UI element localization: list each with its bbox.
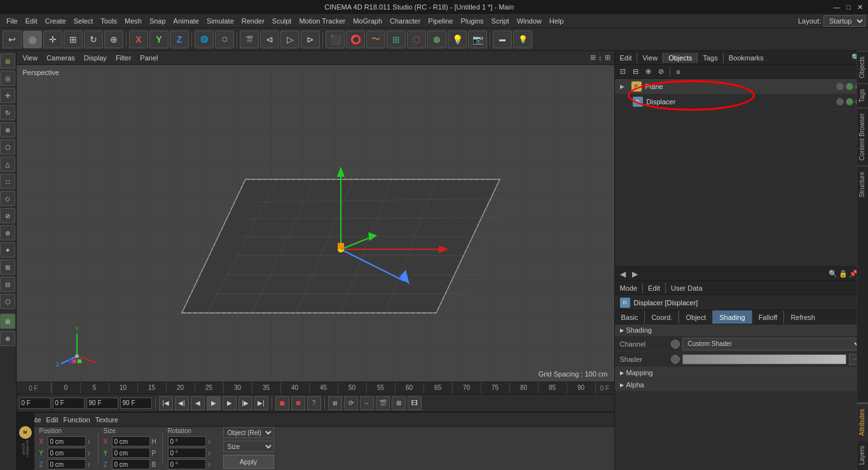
obj-tab-view[interactable]: View — [637, 53, 663, 63]
next-frame-btn2[interactable]: ▶ — [223, 396, 237, 410]
obj-toolbar-icon5[interactable]: ≡ — [673, 66, 684, 78]
fps-btn[interactable]: ⊞ — [328, 396, 342, 410]
mode-tab-basic[interactable]: Basic — [615, 310, 645, 324]
menu-tools[interactable]: Tools — [97, 16, 121, 26]
mograph-btn[interactable]: ⊛ — [427, 31, 446, 48]
vp-icon-1[interactable]: ⊞ — [590, 53, 596, 62]
rot-b-input[interactable] — [168, 459, 206, 469]
left-tool-12[interactable]: ✦ — [0, 242, 15, 258]
attr-userdata-tab[interactable]: User Data — [666, 283, 708, 293]
obj-tab-objects[interactable]: Objects — [663, 53, 698, 63]
obj-toolbar-icon3[interactable]: ⊕ — [643, 66, 654, 78]
play-btn[interactable]: ▷ — [280, 31, 300, 48]
vp-icon-2[interactable]: ↕ — [598, 54, 602, 62]
floor-btn[interactable]: ▬ — [493, 31, 512, 48]
mode-tab-coord[interactable]: Coord. — [645, 310, 679, 324]
ping-pong-btn[interactable]: ↔ — [360, 396, 374, 410]
spline-btn[interactable]: 〜 — [366, 31, 385, 48]
close-button[interactable]: ✕ — [857, 3, 863, 11]
menu-mograph[interactable]: MoGraph — [349, 16, 386, 26]
obj-tab-edit[interactable]: Edit — [615, 53, 638, 63]
next-key-btn[interactable]: |▶ — [238, 396, 252, 410]
attr-back-btn[interactable]: ◀ — [617, 270, 628, 279]
pos-y-input[interactable] — [48, 448, 86, 458]
attr-mode-tab[interactable]: Mode — [615, 283, 644, 293]
parent-btn[interactable]: ⬡ — [215, 31, 234, 48]
left-tool-8[interactable]: □ — [0, 174, 15, 189]
left-tool-13[interactable]: ⊞ — [0, 259, 15, 275]
left-tool-11[interactable]: ⊛ — [0, 225, 15, 240]
prev-frame-btn[interactable]: ⊲ — [260, 31, 279, 48]
left-tool-9[interactable]: ◇ — [0, 191, 15, 206]
end-frame-input2[interactable] — [120, 397, 152, 409]
size-y-input[interactable] — [112, 448, 150, 458]
menu-window[interactable]: Window — [513, 16, 546, 26]
attr-zoom-in-icon[interactable]: 🔍 — [829, 270, 837, 278]
vtab-content-browser[interactable]: Content Browser — [857, 107, 868, 165]
vtab-attributes[interactable]: Attributes — [857, 403, 868, 441]
menu-sculpt[interactable]: Sculpt — [268, 16, 296, 26]
menu-pipeline[interactable]: Pipeline — [424, 16, 457, 26]
live-selection-button[interactable]: ◎ — [23, 31, 42, 48]
obj-tab-bookmarks[interactable]: Bookmarks — [724, 53, 769, 63]
vtab-tags[interactable]: Tags — [857, 83, 868, 107]
go-end-btn[interactable]: ▶| — [254, 396, 268, 410]
menu-animate[interactable]: Animate — [170, 16, 203, 26]
scale-button[interactable]: ⊞ — [64, 31, 83, 48]
mode-tab-shading[interactable]: Shading — [713, 310, 752, 324]
object-rel-dropdown[interactable]: Object (Rel) — [223, 427, 274, 438]
undo-button[interactable]: ↩ — [3, 31, 22, 48]
menu-simulate[interactable]: Simulate — [203, 16, 238, 26]
vp-view-menu[interactable]: View — [20, 54, 41, 62]
rotate-button[interactable]: ↻ — [84, 31, 103, 48]
mat-edit[interactable]: Edit — [46, 416, 59, 424]
mat-function[interactable]: Function — [64, 416, 90, 424]
record-stop-btn[interactable]: ⏹ — [291, 396, 305, 410]
shading-section-header[interactable]: ▶ Shading — [615, 324, 868, 336]
obj-toolbar-icon1[interactable]: ⊡ — [617, 66, 629, 78]
z-axis-btn[interactable]: Z — [170, 31, 189, 48]
menu-render[interactable]: Render — [238, 16, 268, 26]
vp-panel-menu[interactable]: Panel — [137, 54, 160, 62]
light-btn[interactable]: 💡 — [448, 31, 467, 48]
layout-selector[interactable]: Startup — [823, 15, 865, 27]
start-frame-input[interactable] — [19, 397, 51, 409]
mode-tab-falloff[interactable]: Falloff — [752, 310, 785, 324]
left-tool-4[interactable]: ↻ — [0, 105, 15, 120]
mat-texture[interactable]: Texture — [95, 416, 118, 424]
sphere-btn[interactable]: ⭕ — [346, 31, 365, 48]
obj-tab-tags[interactable]: Tags — [698, 53, 723, 63]
record-btn[interactable]: ⏺ — [275, 396, 289, 410]
obj-toolbar-icon4[interactable]: ⊘ — [656, 66, 667, 78]
menu-mesh[interactable]: Mesh — [121, 16, 146, 26]
prev-frame-btn2[interactable]: ◀ — [191, 396, 205, 410]
maximize-button[interactable]: □ — [846, 3, 851, 11]
vp-cameras-menu[interactable]: Cameras — [44, 54, 78, 62]
menu-edit[interactable]: Edit — [22, 16, 41, 26]
left-tool-10[interactable]: ⊘ — [0, 208, 15, 223]
plane-vis1[interactable] — [836, 83, 844, 90]
clapper-btn[interactable]: 🎬 — [376, 396, 390, 410]
grid-btn[interactable]: ⊞ — [392, 396, 406, 410]
world-btn[interactable]: 🌐 — [195, 31, 214, 48]
left-tool-1[interactable]: ⊞ — [0, 53, 15, 69]
pos-x-input[interactable] — [48, 436, 86, 446]
left-tool-14[interactable]: ⊟ — [0, 277, 15, 292]
obj-item-plane[interactable]: ▶ P Plane — [615, 79, 868, 94]
obj-item-displacer[interactable]: D Displacer — [615, 94, 868, 109]
mode-tab-refresh[interactable]: Refresh — [784, 310, 822, 324]
vtab-objects[interactable]: Objects — [857, 51, 868, 83]
loop-btn[interactable]: ⟳ — [344, 396, 358, 410]
go-start-btn[interactable]: |◀ — [159, 396, 173, 410]
end-frame-input[interactable] — [86, 397, 118, 409]
rot-p-input[interactable] — [168, 448, 206, 458]
size-x-input[interactable] — [112, 436, 150, 446]
menu-character[interactable]: Character — [386, 16, 424, 26]
shader-color-icon[interactable] — [671, 355, 680, 364]
nurbs-btn[interactable]: ⊞ — [387, 31, 406, 48]
vp-display-menu[interactable]: Display — [81, 54, 109, 62]
apply-button[interactable]: Apply — [223, 455, 274, 469]
displacer-vis2[interactable] — [846, 98, 853, 106]
minimize-button[interactable]: — — [833, 3, 840, 11]
pos-z-input[interactable] — [48, 459, 86, 469]
